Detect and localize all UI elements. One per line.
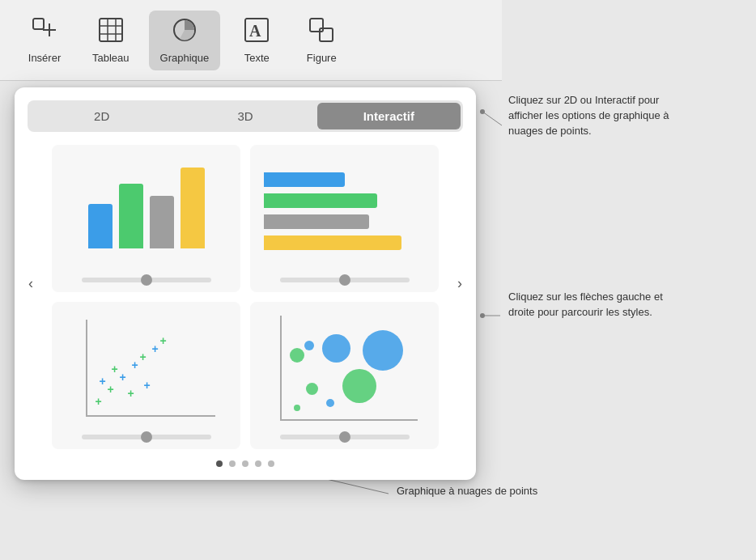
tableau-icon (98, 17, 124, 49)
prev-arrow[interactable]: ‹ (19, 273, 42, 295)
graphique-icon (172, 17, 197, 49)
texte-icon: A (244, 17, 270, 49)
bubble-chart-slider[interactable] (280, 435, 410, 439)
toolbar-graphique-label: Graphique (160, 52, 210, 64)
toolbar-insert-label: Insérer (28, 52, 61, 64)
page-dot-3[interactable] (242, 460, 248, 467)
svg-point-17 (480, 109, 485, 114)
insert-icon (32, 17, 57, 49)
chart-type-tabs: 2D 3D Interactif (28, 100, 463, 132)
bar-chart-visual (66, 155, 227, 268)
page-dot-4[interactable] (255, 460, 261, 467)
chart-card-scatter[interactable]: + + + + + + + + + + + (52, 302, 240, 449)
svg-rect-0 (33, 19, 44, 29)
scatter-chart-slider[interactable] (82, 435, 211, 439)
bubble-chart-visual (264, 312, 426, 425)
toolbar-figure-label: Figure (307, 52, 337, 64)
page-dot-1[interactable] (216, 460, 223, 467)
toolbar-graphique[interactable]: Graphique (149, 11, 221, 70)
annotation-scatter: Graphique à nuages de points (397, 484, 537, 499)
page-dot-5[interactable] (268, 460, 274, 467)
toolbar-insert[interactable]: Insérer (16, 11, 73, 70)
tab-interactif[interactable]: Interactif (317, 103, 461, 129)
chart-card-hbar[interactable] (250, 145, 439, 292)
annotation-arrows: Cliquez sur les flèches gauche et droite… (508, 290, 678, 320)
scatter-chart-visual: + + + + + + + + + + + (66, 312, 227, 425)
toolbar-tableau[interactable]: Tableau (81, 11, 141, 70)
chart-card-bar[interactable] (52, 145, 240, 292)
svg-line-13 (482, 112, 502, 125)
svg-rect-11 (310, 19, 323, 32)
chart-picker-popup: 2D 3D Interactif ‹ › (15, 87, 476, 480)
chart-card-bubble[interactable] (250, 302, 439, 449)
hbar-chart-slider[interactable] (280, 278, 410, 282)
next-arrow[interactable]: › (448, 273, 471, 295)
toolbar-texte[interactable]: A Texte (228, 11, 285, 70)
annotation-interactive: Cliquez sur 2D ou Interactif pour affich… (508, 93, 678, 139)
page-dot-2[interactable] (229, 460, 236, 467)
tab-3d[interactable]: 3D (173, 103, 316, 129)
bar-chart-slider[interactable] (82, 278, 211, 282)
toolbar-tableau-label: Tableau (92, 52, 130, 64)
chart-grid: + + + + + + + + + + + (28, 145, 463, 449)
figure-icon (308, 17, 334, 49)
svg-point-18 (480, 313, 485, 318)
toolbar-texte-label: Texte (244, 52, 270, 64)
svg-rect-3 (100, 19, 122, 41)
svg-rect-12 (320, 28, 333, 41)
toolbar: Insérer Tableau Graphique (0, 0, 502, 81)
toolbar-figure[interactable]: Figure (293, 11, 350, 70)
pagination-dots (28, 460, 463, 467)
tab-2d[interactable]: 2D (30, 103, 173, 129)
svg-text:A: A (249, 22, 261, 40)
hbar-chart-visual (264, 155, 426, 268)
